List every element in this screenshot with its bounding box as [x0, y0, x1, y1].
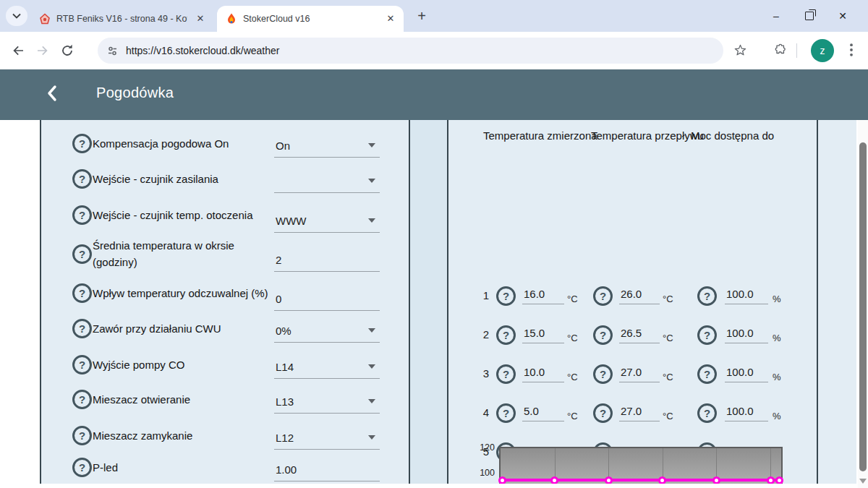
- page-back-button[interactable]: [43, 84, 65, 106]
- right-edge-strip: [818, 120, 856, 484]
- power-field[interactable]: 100.0: [725, 364, 768, 382]
- puzzle-icon: [774, 43, 788, 57]
- power-field[interactable]: 100.0: [725, 286, 768, 304]
- help-icon[interactable]: ?: [697, 286, 717, 306]
- flame-favicon-icon: [226, 13, 237, 25]
- help-icon[interactable]: ?: [72, 134, 92, 153]
- unit-label: °C: [663, 372, 673, 382]
- reload-button[interactable]: [55, 38, 80, 63]
- scrollbar-thumb[interactable]: [859, 142, 867, 471]
- tab-rtb-feniks[interactable]: RTB Feniks V16 - strona 49 - Kotły pel ✕: [30, 6, 213, 32]
- tab-stokercloud[interactable]: StokerCloud v16 ✕: [217, 6, 404, 32]
- help-icon[interactable]: ?: [593, 403, 613, 423]
- setting-dropdown[interactable]: L14: [274, 354, 380, 379]
- help-icon[interactable]: ?: [697, 364, 717, 384]
- address-bar[interactable]: https://v16.stokercloud.dk/weather: [98, 38, 723, 64]
- close-tab-icon[interactable]: ✕: [385, 13, 396, 25]
- back-button[interactable]: [6, 38, 30, 63]
- measured-temp-field[interactable]: 5.0: [522, 403, 564, 421]
- bookmark-button[interactable]: [728, 38, 752, 62]
- chart-point[interactable]: [658, 476, 666, 484]
- close-tab-icon[interactable]: ✕: [195, 13, 206, 25]
- help-icon[interactable]: ?: [72, 319, 92, 338]
- column-header: Moc dostępna do: [691, 129, 774, 142]
- chart-point[interactable]: [775, 476, 783, 484]
- measured-temp-field[interactable]: 10.0: [522, 364, 564, 382]
- setting-row: ?Kompensacja pogodowa OnOn: [41, 127, 409, 159]
- setting-dropdown[interactable]: [274, 168, 380, 193]
- setting-dropdown[interactable]: 0%: [274, 317, 380, 343]
- power-field[interactable]: 100.0: [725, 325, 768, 343]
- setting-dropdown[interactable]: WWW: [274, 207, 380, 233]
- help-icon[interactable]: ?: [593, 364, 613, 384]
- help-icon[interactable]: ?: [496, 286, 516, 306]
- chart-point[interactable]: [550, 476, 558, 484]
- chevron-down-icon: [12, 13, 21, 19]
- star-icon: [733, 43, 747, 57]
- flow-temp-field[interactable]: 26.0: [619, 286, 660, 304]
- flow-temp-field[interactable]: 26.5: [619, 325, 660, 343]
- new-tab-button[interactable]: +: [414, 9, 430, 25]
- help-icon[interactable]: ?: [72, 205, 92, 225]
- help-icon[interactable]: ?: [593, 286, 613, 306]
- curve-panel: Temperatura zmierzonaTemperatura przepły…: [448, 120, 817, 484]
- help-icon[interactable]: ?: [496, 364, 516, 384]
- profile-avatar[interactable]: z: [811, 39, 834, 62]
- forward-button[interactable]: [30, 38, 55, 63]
- setting-row: ?P-led1.00: [41, 451, 409, 483]
- help-icon[interactable]: ?: [496, 403, 516, 423]
- help-icon[interactable]: ?: [72, 390, 92, 409]
- setting-dropdown[interactable]: L12: [274, 424, 380, 450]
- chevron-left-icon: [43, 84, 62, 103]
- kebab-menu-icon: [850, 43, 853, 56]
- setting-dropdown[interactable]: On: [274, 132, 380, 158]
- measured-temp-field[interactable]: 16.0: [522, 286, 564, 304]
- help-icon[interactable]: ?: [72, 426, 92, 445]
- measured-temp-field[interactable]: 15.0: [522, 325, 564, 343]
- unit-label: °C: [663, 333, 673, 343]
- extensions-button[interactable]: [768, 38, 793, 62]
- setting-label: P-led: [93, 459, 276, 476]
- chart-y-tick: 100: [469, 468, 495, 478]
- setting-value: 1.00: [276, 463, 297, 476]
- setting-label: Kompensacja pogodowa On: [93, 135, 276, 152]
- help-icon[interactable]: ?: [72, 355, 92, 374]
- tab-search-button[interactable]: [6, 6, 27, 26]
- flow-temp-field[interactable]: 27.0: [619, 403, 660, 421]
- chevron-down-icon: [368, 364, 375, 369]
- help-icon[interactable]: ?: [72, 244, 92, 264]
- flow-temp-field[interactable]: 27.0: [619, 364, 660, 382]
- help-icon[interactable]: ?: [697, 403, 717, 423]
- column-header: Temperatura zmierzona: [483, 129, 597, 142]
- help-icon[interactable]: ?: [697, 325, 717, 345]
- help-icon[interactable]: ?: [496, 325, 516, 345]
- chevron-down-icon: [368, 399, 375, 403]
- help-icon[interactable]: ?: [72, 283, 92, 303]
- chart-point[interactable]: [605, 476, 613, 484]
- restore-button[interactable]: [793, 0, 826, 32]
- site-info-icon[interactable]: [106, 45, 119, 57]
- back-arrow-icon: [11, 43, 25, 58]
- scrollbar-down-arrow-icon[interactable]: [859, 479, 867, 484]
- close-window-button[interactable]: ✕: [826, 0, 859, 32]
- power-field[interactable]: 100.0: [725, 403, 768, 421]
- browser-menu-button[interactable]: [839, 38, 864, 62]
- help-icon[interactable]: ?: [72, 169, 92, 189]
- row-number: 1: [473, 289, 489, 301]
- setting-dropdown[interactable]: L13: [274, 388, 380, 414]
- scrollbar[interactable]: [858, 120, 868, 488]
- help-icon[interactable]: ?: [593, 325, 613, 345]
- help-icon[interactable]: ?: [72, 458, 92, 477]
- setting-input[interactable]: 1.00: [274, 456, 380, 481]
- chart-point[interactable]: [767, 476, 775, 484]
- setting-row: ?Wpływ temperatury odczuwalnej (%)0: [41, 273, 409, 312]
- chart-point[interactable]: [712, 476, 720, 484]
- forward-arrow-icon: [35, 43, 50, 58]
- setting-input[interactable]: 2: [274, 247, 380, 272]
- minimize-button[interactable]: –: [760, 0, 793, 32]
- chart-point[interactable]: [498, 476, 506, 484]
- page-header: Pogodówka: [0, 69, 868, 120]
- setting-input[interactable]: 0: [274, 286, 380, 311]
- setting-row: ?Mieszacz otwieranieL13: [41, 383, 409, 415]
- chevron-down-icon: [368, 328, 375, 333]
